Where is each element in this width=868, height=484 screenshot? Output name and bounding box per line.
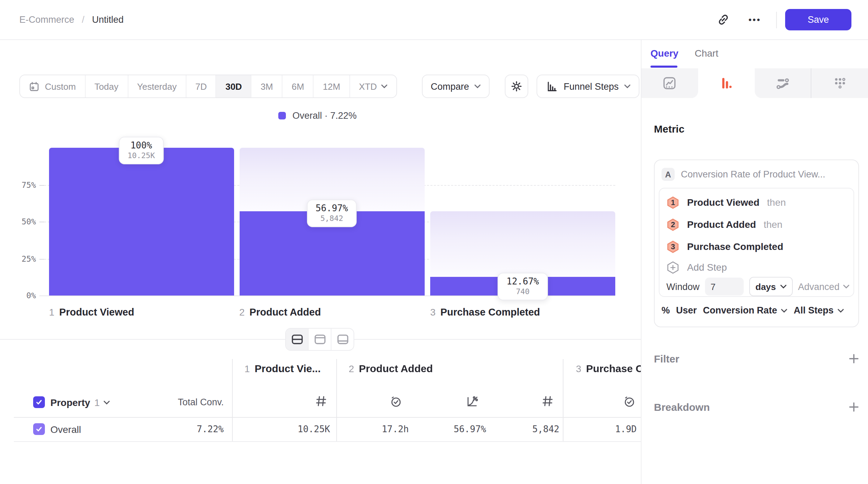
step1-count: 10.25K (127, 151, 155, 161)
step2-axis-label[interactable]: 2Product Added (239, 306, 321, 318)
y-axis-tick (39, 222, 44, 222)
measure-type-select[interactable]: Conversion Rate (703, 305, 788, 316)
range-today[interactable]: Today (85, 75, 127, 97)
funnel-steps-card: 1 Product Viewed then 2 Product Added th… (659, 188, 854, 297)
chart-settings-button[interactable] (505, 75, 529, 98)
count-metric-icon[interactable] (541, 395, 554, 407)
ellipsis-icon: ••• (749, 14, 761, 25)
more-menu-button[interactable]: ••• (749, 14, 761, 25)
chevron-down-icon (381, 84, 387, 88)
compare-button[interactable]: Compare (422, 75, 490, 98)
filter-label: Filter (654, 352, 679, 364)
breadcrumb-parent[interactable]: E-Commerce (19, 14, 74, 25)
add-step-label: Add Step (687, 262, 727, 273)
row-step2-count: 5,842 (483, 424, 559, 434)
count-metric-icon[interactable] (315, 395, 327, 407)
active-tab-underline (650, 66, 677, 68)
y-axis-label-75: 75% (0, 180, 36, 190)
add-filter-button[interactable] (849, 353, 859, 364)
split-view-icon (291, 334, 303, 345)
select-all-checkbox[interactable] (33, 396, 45, 408)
split-view-toggle[interactable] (286, 329, 308, 350)
range-custom[interactable]: Custom (20, 75, 85, 97)
step3-axis-label[interactable]: 3Purchase Completed (430, 306, 540, 318)
gear-icon (511, 80, 523, 93)
range-3m[interactable]: 3M (251, 75, 282, 97)
y-axis-label-25: 25% (0, 254, 36, 263)
chart-legend[interactable]: Overall · 7.22% (0, 110, 635, 121)
col3-label: Purchase C (586, 362, 643, 374)
step3-count: 740 (507, 287, 539, 297)
main-panel: Custom Today Yesterday 7D 30D 3M 6M 12M … (0, 40, 641, 484)
app-window: E-Commerce / Untitled ••• Save (0, 0, 868, 484)
measure-actor[interactable]: User (676, 305, 697, 316)
breadcrumb-separator: / (82, 14, 85, 25)
share-link-button[interactable] (714, 10, 733, 29)
tab-chart[interactable]: Chart (695, 48, 718, 59)
funnel-ghost-step3 (430, 211, 615, 277)
breadcrumb-current[interactable]: Untitled (92, 14, 124, 25)
advanced-toggle[interactable]: Advanced (798, 281, 849, 292)
window-unit-select[interactable]: days (749, 277, 792, 296)
range-12m[interactable]: 12M (313, 75, 349, 97)
avg-time-metric-icon[interactable] (389, 395, 403, 408)
metric-heading: Metric (654, 123, 684, 135)
range-7d[interactable]: 7D (186, 75, 216, 97)
property-column-header[interactable]: Property 1 (50, 397, 110, 408)
funnel-chart-icon (546, 80, 558, 93)
chart-type-tabs (642, 68, 868, 98)
step2-count: 5,842 (316, 214, 348, 224)
data-label-step3: 12.67% 740 (498, 273, 548, 300)
chevron-down-icon (475, 84, 481, 88)
save-button[interactable]: Save (785, 9, 851, 30)
metric-title-row[interactable]: A Conversion Rate of Product View... (662, 168, 825, 181)
plus-icon (849, 401, 859, 412)
chart-only-toggle[interactable] (308, 329, 331, 350)
funnel-bar-step1[interactable] (49, 147, 234, 295)
journey-chart-tab[interactable] (754, 68, 811, 98)
more-chart-types-tab[interactable] (811, 68, 868, 98)
chevron-down-icon (838, 308, 844, 312)
col1-number: 1 (244, 363, 250, 374)
check-icon (35, 398, 43, 406)
step-hexagon-badge: 1 (666, 196, 679, 209)
row-step3-avgtime: 1.9D (561, 424, 637, 434)
funnel-chart-tab-selected[interactable] (698, 68, 755, 98)
metric-card: A Conversion Rate of Product View... 1 P… (654, 159, 859, 327)
range-yesterday[interactable]: Yesterday (127, 75, 186, 97)
chart-type-button[interactable]: Funnel Steps (537, 75, 639, 98)
step-number: 3 (666, 241, 679, 252)
query-step-1[interactable]: 1 Product Viewed then (666, 193, 786, 211)
window-unit-label: days (755, 281, 776, 292)
query-step-3[interactable]: 3 Purchase Completed (666, 238, 791, 255)
legend-swatch (279, 112, 286, 119)
breakdown-label: Breakdown (654, 401, 710, 413)
total-conv-header[interactable]: Total Conv. (138, 397, 224, 407)
range-xtd[interactable]: XTD (349, 75, 396, 97)
window-value-input[interactable] (705, 278, 744, 296)
table-only-toggle[interactable] (331, 329, 354, 350)
line-chart-tab[interactable] (642, 68, 698, 98)
step-hexagon-badge: 2 (666, 218, 679, 231)
y-axis-tick (39, 259, 44, 259)
row-label: Overall (50, 424, 81, 435)
calendar-icon (29, 81, 39, 91)
line-chart-icon (663, 76, 677, 90)
avg-time-metric-icon[interactable] (623, 395, 636, 408)
measure-scope-select[interactable]: All Steps (794, 305, 844, 316)
step1-axis-label[interactable]: 1Product Viewed (49, 306, 134, 318)
legend-value: 7.22% (330, 110, 357, 121)
add-step-button[interactable]: Add Step (666, 258, 727, 276)
breakdown-section: Breakdown (654, 399, 859, 414)
range-30d-selected[interactable]: 30D (216, 75, 251, 97)
overall-row-checkbox[interactable] (33, 423, 45, 435)
step1-pct: 100% (127, 139, 155, 151)
advanced-label: Advanced (798, 281, 839, 292)
range-6m[interactable]: 6M (282, 75, 313, 97)
conversion-metric-icon[interactable] (465, 395, 479, 408)
tab-query[interactable]: Query (650, 48, 678, 59)
query-step-2[interactable]: 2 Product Added then (666, 215, 782, 233)
dots-grid-icon (832, 76, 847, 90)
add-breakdown-button[interactable] (849, 401, 859, 412)
col2-label: Product Added (359, 362, 433, 374)
